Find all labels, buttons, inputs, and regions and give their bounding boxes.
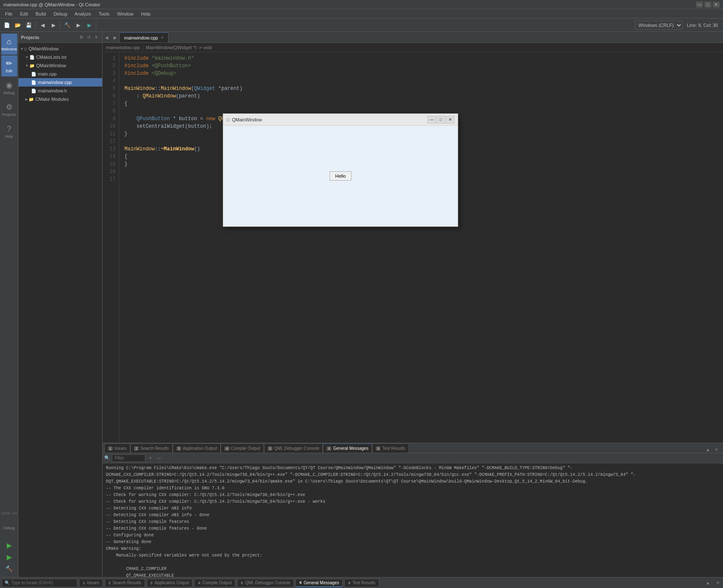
menu-build[interactable]: Build — [32, 10, 49, 17]
project-panel-header: Projects ⚙ ↺ ✕ — [18, 32, 102, 43]
project-panel-title: Projects — [21, 35, 39, 40]
status-tab-search[interactable]: 2 Search Results — [105, 579, 145, 587]
menu-bar: File Edit Build Debug Analyze Tools Wind… — [0, 9, 723, 18]
code-content[interactable]: #include "mainwindow.h" #include <QPushB… — [119, 52, 723, 443]
app-win-maximize[interactable]: □ — [437, 116, 445, 123]
tree-root[interactable]: ▼ □ QMainWindow — [18, 45, 102, 53]
sidebar-help[interactable]: ? Help — [1, 121, 17, 142]
status-tab-issues[interactable]: 1 Issues — [79, 579, 103, 587]
status-tab-test[interactable]: 8 Test Results — [344, 579, 379, 587]
status-search-input[interactable] — [11, 580, 62, 585]
kit-selector[interactable]: Windows (CRLF) — [635, 21, 683, 30]
output-tab-compile[interactable]: 4 Compile Output — [221, 444, 264, 453]
output-tab-qml[interactable]: 5 QML Debugger Console — [264, 444, 323, 453]
tree-cmakelists-label: CMakeLists.txt — [36, 55, 66, 60]
app-num: 3 — [177, 446, 181, 451]
status-close-btn[interactable]: ✕ — [715, 580, 721, 586]
status-tab-app-output[interactable]: 3 Application Output — [147, 579, 193, 587]
sidebar-edit[interactable]: ✏ Edit — [1, 55, 17, 76]
general-num: 6 — [327, 446, 331, 451]
app-window-titlebar: □ QMainWindow — □ ✕ — [223, 114, 458, 126]
tree-qmainwindow-folder[interactable]: ▼ 📁 QMainWindow — [18, 61, 102, 70]
close-button[interactable]: ✕ — [713, 2, 720, 8]
filter-input[interactable] — [112, 454, 145, 462]
toolbar-run[interactable]: ▶ — [73, 20, 83, 30]
tab-mainwindow-cpp[interactable]: mainwindow.cpp ✕ — [119, 32, 169, 42]
hello-button[interactable]: Hello — [330, 171, 351, 181]
test-num: 8 — [376, 446, 380, 451]
status-test-label: Test Results — [352, 580, 375, 585]
tree-mainwindow-h[interactable]: 📄 mainwindow.h — [18, 87, 102, 95]
tab-nav-left[interactable]: ◀ — [103, 32, 111, 42]
status-tab-qml[interactable]: 5 QML Debugger Console — [237, 579, 294, 587]
run-debug-button[interactable]: ▶ — [4, 552, 14, 562]
panel-sync-btn[interactable]: ↺ — [85, 34, 92, 41]
status-app-num: 3 — [150, 581, 153, 585]
tree-mainwindow-cpp[interactable]: 📄 mainwindow.cpp — [18, 78, 102, 87]
output-scroll-top[interactable]: ▲ — [705, 446, 711, 453]
sidebar-debug[interactable]: ◉ Debug — [1, 77, 17, 98]
breadcrumb-func: MainWindow(QWidget *) -> void — [146, 45, 212, 50]
tree-cmakelists[interactable]: ▼ 📄 CMakeLists.txt — [18, 53, 102, 61]
status-up-btn[interactable]: ▲ — [705, 580, 711, 586]
app-win-minimize[interactable]: — — [427, 116, 436, 123]
run-button[interactable]: ▶ — [4, 540, 14, 550]
output-tab-issues[interactable]: 1 Issues — [104, 444, 130, 453]
toolbar-debug-run[interactable]: ▶ — [84, 20, 94, 30]
tree-root-icon: □ — [24, 47, 27, 51]
menu-window[interactable]: Window — [113, 10, 137, 17]
menu-help[interactable]: Help — [138, 10, 154, 17]
menu-analyze[interactable]: Analyze — [71, 10, 95, 17]
app-window: □ QMainWindow — □ ✕ Hello — [223, 113, 458, 227]
panel-close-btn[interactable]: ✕ — [93, 34, 100, 41]
left-sidebar: ⌂ Welcome ✏ Edit ◉ Debug ⚙ Projects ? He… — [0, 32, 18, 577]
toolbar-open[interactable]: 📂 — [13, 20, 23, 30]
sidebar-projects[interactable]: ⚙ Projects — [1, 99, 17, 120]
tree-mainwindow-cpp-label: mainwindow.cpp — [38, 80, 72, 85]
output-close[interactable]: ✕ — [713, 446, 720, 453]
build-button[interactable]: 🔨 — [4, 564, 14, 574]
filter-icon: 🔍 — [104, 455, 110, 461]
status-issues-label: Issues — [87, 580, 99, 585]
toolbar-new[interactable]: 📄 — [2, 20, 12, 30]
tree-folder-icon: 📁 — [29, 63, 34, 68]
tree-cmake-modules[interactable]: ▶ 📁 CMake Modules — [18, 95, 102, 103]
search-label: Search Results — [140, 446, 169, 451]
toolbar-save[interactable]: 💾 — [24, 20, 34, 30]
minimize-button[interactable]: — — [696, 2, 703, 8]
toolbar: 📄 📂 💾 ◀ ▶ 🔨 ▶ ▶ Windows (CRLF) Line: 9, … — [0, 18, 723, 32]
toolbar-build[interactable]: 🔨 — [62, 20, 72, 30]
toolbar-back[interactable]: ◀ — [37, 20, 47, 30]
add-output-btn[interactable]: + — [147, 455, 154, 462]
menu-edit[interactable]: Edit — [17, 10, 32, 17]
menu-file[interactable]: File — [2, 10, 16, 17]
output-tab-app[interactable]: 3 Application Output — [173, 444, 221, 453]
sidebar-debug-bottom[interactable]: Debug — [1, 517, 17, 538]
maximize-button[interactable]: □ — [705, 2, 711, 8]
tree-main-label: main.cpp — [38, 71, 57, 76]
output-tab-test[interactable]: 8 Test Results — [372, 444, 409, 453]
menu-tools[interactable]: Tools — [95, 10, 113, 17]
status-search-num: 2 — [108, 581, 111, 585]
breadcrumb-bar: mainwindow.cpp :: MainWindow(QWidget *) … — [103, 43, 723, 52]
debug-icon: ◉ — [6, 81, 13, 90]
tab-nav-right[interactable]: ▶ — [111, 32, 119, 42]
status-tab-general[interactable]: 6 General Messages — [296, 579, 343, 587]
sidebar-welcome[interactable]: ⌂ Welcome — [1, 34, 17, 55]
tree-folder-label: QMainWindow — [36, 63, 66, 68]
tab-mainwindow-cpp-close[interactable]: ✕ — [161, 35, 164, 40]
remove-output-btn[interactable]: — — [156, 455, 162, 462]
status-tab-compile[interactable]: 4 Compile Output — [194, 579, 235, 587]
status-qml-label: QML Debugger Console — [245, 580, 290, 585]
panel-filter-btn[interactable]: ⚙ — [78, 34, 84, 41]
status-general-num: 6 — [299, 580, 301, 585]
output-tab-search[interactable]: 2 Search Results — [130, 444, 173, 453]
output-tab-general[interactable]: 6 General Messages — [323, 444, 372, 453]
qml-num: 5 — [268, 446, 272, 451]
menu-debug[interactable]: Debug — [50, 10, 70, 17]
toolbar-sep-3 — [96, 21, 96, 29]
tree-main-cpp[interactable]: 📄 main.cpp — [18, 70, 102, 78]
code-editor[interactable]: 1234567891011121314151617 #include "main… — [103, 52, 723, 443]
app-win-close[interactable]: ✕ — [446, 116, 454, 123]
toolbar-forward[interactable]: ▶ — [48, 20, 58, 30]
